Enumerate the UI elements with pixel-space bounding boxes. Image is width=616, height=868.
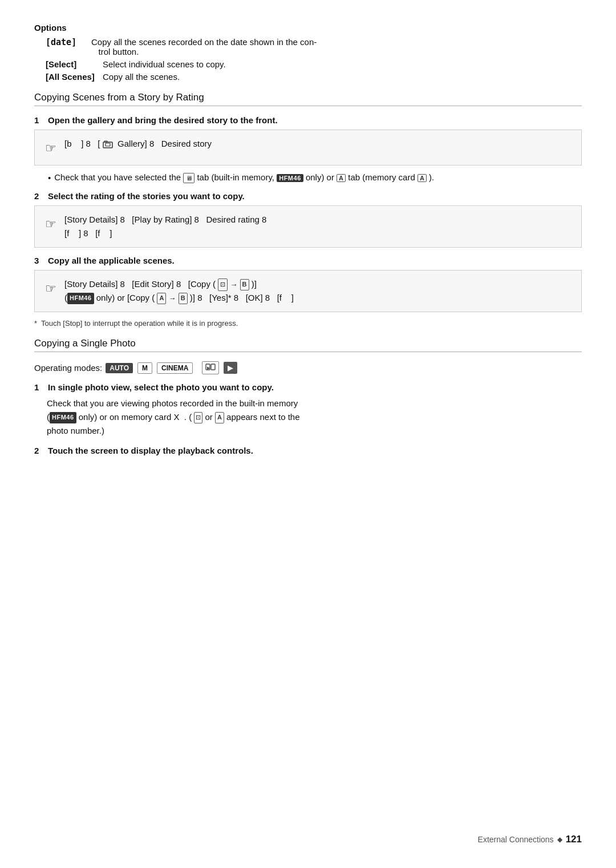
hand-icon-1: ☞	[45, 138, 56, 158]
gallery-icon	[103, 140, 113, 148]
mode-auto: AUTO	[106, 363, 133, 373]
section2-step2-title: 2 Touch the screen to display the playba…	[34, 446, 582, 455]
step3: 3 Copy all the applicable scenes. ☞ [Sto…	[34, 256, 582, 328]
step1-codebox: ☞ [b ] 8 [ Gallery] 8 Desired story	[34, 130, 582, 165]
hfm46-badge-2: HFM46	[67, 293, 94, 304]
section2-step1-body: Check that you are viewing photos record…	[47, 397, 582, 438]
mode-play-icon: ▶	[224, 362, 237, 374]
main-content: Options [date] Copy all the scenes recor…	[34, 23, 582, 455]
step3-num: 3	[34, 256, 43, 265]
section2-wrapper: Copying a Single Photo Operating modes: …	[34, 338, 582, 455]
a-badge-2: A	[418, 174, 427, 182]
step1-title: 1 Open the gallery and bring the desired…	[34, 115, 582, 125]
section2-heading: Copying a Single Photo	[34, 338, 582, 352]
step2-codebox: ☞ [Story Details] 8 [Play by Rating] 8 D…	[34, 205, 582, 248]
option-select-desc: Select individual scenes to copy.	[103, 59, 226, 69]
mem-tab-icon-2: ⊡	[194, 412, 202, 423]
step1-codebox-inner: [b ] 8 [ Gallery] 8 Desired story	[64, 137, 571, 151]
dual-card-icon: ▶	[205, 363, 216, 371]
mem-icon-internal: ⊡	[218, 278, 228, 291]
step1-text: Open the gallery and bring the desired s…	[48, 115, 278, 125]
b-badge-2: B	[179, 293, 188, 304]
bullet-dot-1: •	[48, 173, 51, 183]
hand-icon-3: ☞	[45, 278, 56, 298]
step1-bullet: • Check that you have selected the 🖥 tab…	[48, 172, 582, 183]
hand-icon-2: ☞	[45, 214, 56, 234]
hfm46-badge-1: HFM46	[277, 174, 303, 182]
section1-heading: Copying Scenes from a Story by Rating	[34, 92, 582, 106]
section2-step1-num: 1	[34, 382, 43, 392]
a-badge-1: A	[337, 174, 346, 182]
step2-text: Select the rating of the stories you wan…	[48, 191, 245, 201]
step3-codebox: ☞ [Story Details] 8 [Edit Story] 8 [Copy…	[34, 270, 582, 312]
section2-step1: 1 In single photo view, select the photo…	[34, 382, 582, 438]
option-allscenes: [All Scenes] Copy all the scenes.	[46, 72, 582, 82]
arrow-2: →	[169, 294, 176, 302]
step1-bullet-text: Check that you have selected the 🖥 tab (…	[54, 172, 434, 183]
step3-text: Copy all the applicable scenes.	[48, 256, 175, 265]
step3-title: 3 Copy all the applicable scenes.	[34, 256, 582, 265]
operating-modes-label: Operating modes:	[34, 363, 102, 373]
hfm46-badge-3: HFM46	[50, 412, 76, 423]
svg-rect-2	[106, 143, 110, 146]
a-badge-3: A	[157, 293, 166, 304]
step2-num: 2	[34, 191, 43, 201]
section2-step2-text: Touch the screen to display the playback…	[48, 446, 253, 455]
page-footer: External Connections ◆ 121	[478, 834, 582, 845]
memory-tab-icon: 🖥	[183, 173, 194, 183]
option-allscenes-label: [All Scenes]	[46, 72, 103, 82]
a-badge-4: A	[215, 412, 224, 423]
section2-step2: 2 Touch the screen to display the playba…	[34, 446, 582, 455]
option-date-desc: Copy all the scenes recorded on the date…	[91, 37, 317, 56]
b-badge-1: B	[240, 279, 249, 290]
step2-codebox-inner: [Story Details] 8 [Play by Rating] 8 Des…	[64, 213, 571, 240]
section2-step1-title: 1 In single photo view, select the photo…	[34, 382, 582, 392]
mode-m: M	[137, 362, 152, 374]
option-allscenes-desc: Copy all the scenes.	[103, 72, 180, 82]
step3-footnote: * Touch [Stop] to interrupt the operatio…	[34, 319, 582, 328]
footer-page: 121	[566, 834, 582, 845]
svg-rect-1	[104, 141, 107, 142]
section2-step1-text: In single photo view, select the photo y…	[48, 382, 274, 392]
option-select-label: [Select]	[46, 59, 103, 69]
section2-or-text: or	[205, 412, 215, 422]
step2: 2 Select the rating of the stories you w…	[34, 191, 582, 248]
step3-codebox-inner: [Story Details] 8 [Edit Story] 8 [Copy (…	[64, 277, 571, 305]
mode-cinema: CINEMA	[157, 362, 193, 374]
operating-modes-row: Operating modes: AUTO M CINEMA ▶ ▶	[34, 361, 582, 374]
options-section: Options [date] Copy all the scenes recor…	[34, 23, 582, 82]
option-select: [Select] Select individual scenes to cop…	[46, 59, 582, 69]
option-date-label: [date]	[46, 37, 91, 47]
mode-rec-icon: ▶	[202, 361, 219, 374]
options-heading: Options	[34, 23, 582, 33]
svg-rect-4	[211, 364, 215, 370]
section2-step2-num: 2	[34, 446, 43, 455]
arrow-1: →	[230, 280, 237, 289]
step1-num: 1	[34, 115, 43, 125]
options-block: [date] Copy all the scenes recorded on t…	[46, 37, 582, 82]
footer-diamond: ◆	[557, 835, 562, 843]
option-date: [date] Copy all the scenes recorded on t…	[46, 37, 582, 56]
footer-section: External Connections	[478, 835, 554, 844]
step1: 1 Open the gallery and bring the desired…	[34, 115, 582, 183]
step2-title: 2 Select the rating of the stories you w…	[34, 191, 582, 201]
